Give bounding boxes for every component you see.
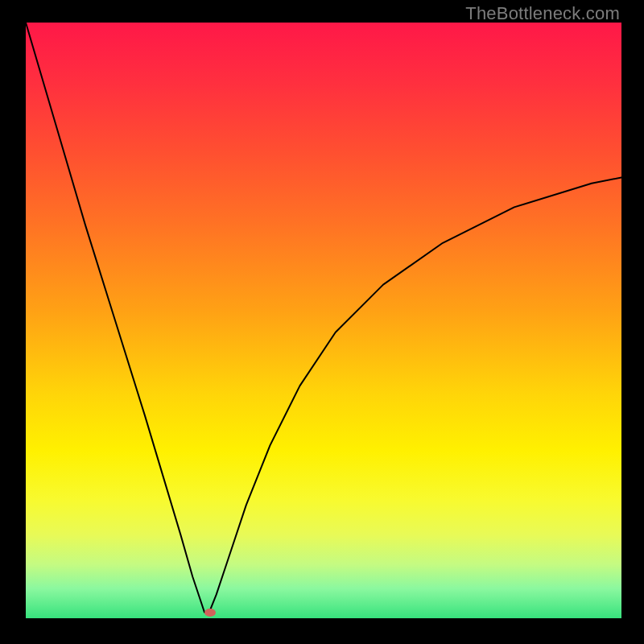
watermark-text: TheBottleneck.com (465, 3, 620, 24)
chart-frame: TheBottleneck.com (0, 0, 644, 644)
plot-area (26, 23, 621, 618)
bottleneck-curve (26, 23, 621, 618)
optimum-marker (204, 609, 216, 617)
